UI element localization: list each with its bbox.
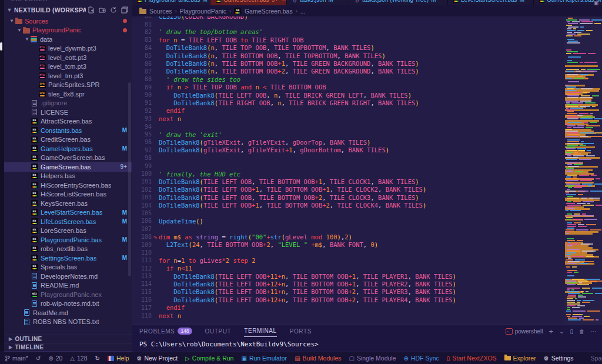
code-line-86[interactable]: 86 DoTileBank8(n, TILE_BOTTOM_OOB+1, TIL… (132, 59, 564, 67)
tree-item-readme-md[interactable]: README.md (4, 281, 132, 290)
code-line-97[interactable]: 97DoTileBank8(gTileXExit, gTileYExit+1, … (132, 146, 564, 154)
tree-item-gamehelpers-bas[interactable]: NBGameHelpers.basM (4, 144, 132, 153)
minimap[interactable] (564, 16, 602, 325)
code-line-87[interactable]: 87 DoTileBank8(n, TILE_BOTTOM_OOB+2, TIL… (132, 68, 564, 75)
editor-tab[interactable]: NBPlaygroundPanic.basM (132, 0, 210, 5)
tree-item-developernotes-md[interactable]: DeveloperNotes.md (4, 272, 132, 281)
tree-item-readme-md[interactable]: ReadMe.md (4, 308, 132, 318)
tree-item-level-eott-pt3[interactable]: PT3level_eott.pt3 (4, 53, 132, 62)
code-line-106[interactable]: 106UpdateTime() (132, 217, 564, 225)
code-line-117[interactable]: 117 endif (132, 303, 564, 311)
editor-tab[interactable]: {}tasks.jsonM (287, 0, 349, 5)
workspace-header[interactable]: ▼ NEXTBUILD (WORKSPACE) (4, 4, 132, 16)
code-editor[interactable]: 80CLS256(COLOR_BACKGROUND)8182' draw the… (132, 16, 602, 325)
tree-item-data[interactable]: ▼data (4, 35, 132, 44)
status-spaces-2[interactable]: Spaces: 2 (591, 355, 602, 362)
tree-item-settingsscreen-bas[interactable]: NBSettingsScreen.basM (4, 253, 132, 263)
status-start-nextzxos[interactable]: ▯Start NextZXOS (447, 355, 497, 362)
close-icon[interactable]: ✕ (282, 0, 286, 2)
code-line-105[interactable]: 105 (132, 209, 564, 217)
tree-item-level-tcm-pt3[interactable]: PT3level_tcm.pt3 (4, 62, 132, 72)
status-help[interactable]: Help (108, 355, 129, 362)
tree-item-lorescreen-bas[interactable]: NBLoreScreen.bas (4, 226, 132, 236)
tree-item-playgroundpanic[interactable]: ▼PlaygroundPanic (4, 26, 132, 35)
code-line-94[interactable]: 94 (132, 122, 564, 130)
sidebar-scrollbar[interactable] (128, 82, 131, 276)
tree-item-panicsprites-spr[interactable]: SPRPanicSprites.SPR (4, 81, 132, 90)
code-line-115[interactable]: 115 DoTileBank8(TILE_LEFT_OOB+11+n, TILE… (132, 288, 564, 296)
refresh-icon[interactable] (110, 6, 117, 14)
status-errors[interactable]: ⊗20 (48, 355, 62, 362)
tree-item-creditscreen-bas[interactable]: NBCreditScreen.bas (4, 135, 132, 145)
status-warnings[interactable]: △128 (70, 355, 87, 362)
kill-terminal-icon[interactable]: 🗑 (579, 329, 584, 335)
tree-item-attractscreen-bas[interactable]: NBAttractScreen.bas (4, 117, 132, 126)
status-hdf-sync[interactable]: ⊕HDF Sync (404, 355, 439, 362)
code-line-89[interactable]: 89 if n > TILE_TOP_OOB and n < TILE_BOTT… (132, 84, 564, 91)
new-file-icon[interactable] (88, 6, 95, 14)
tree-item-keysscreen-bas[interactable]: NBKeysScreen.bas (4, 199, 132, 208)
more-actions-icon[interactable]: ··· (590, 328, 596, 335)
breadcrumb-item[interactable]: Sources (149, 8, 172, 15)
editor-tab[interactable]: NBLevelStartScreen.basM (448, 0, 534, 5)
terminal-prompt[interactable]: PS C:\Users\rob\Documents\NextBuildv9\So… (139, 340, 319, 348)
tree-item-robs-nextlib-bas[interactable]: NBrobs_nextlib.bas (4, 245, 132, 254)
code-line-83[interactable]: 83for n = TILE_LEFT_OOB to TILE_RIGHT_OO… (132, 36, 564, 44)
status-explorer[interactable]: Explorer (504, 355, 536, 362)
code-line-110[interactable]: 110 (132, 249, 564, 256)
status-build-modules[interactable]: ▤Build Modules (295, 355, 341, 362)
code-line-91[interactable]: 91 DoTileBank8(TILE_RIGHT_OOB, n, TILE_B… (132, 99, 564, 106)
code-line-81[interactable]: 81 (132, 20, 564, 28)
code-line-108[interactable]: 108∿dim m$ as string = right("00"+str(gL… (132, 233, 564, 241)
terminal-instance[interactable]: >_ powershell (506, 328, 543, 335)
status-new-project[interactable]: ⚙New Project (137, 355, 178, 362)
breadcrumb-item[interactable]: ... (300, 8, 306, 15)
status-branch[interactable]: main* (5, 355, 28, 362)
section-timeline[interactable]: ▶TIMELINE (4, 343, 132, 352)
terminal-dropdown-icon[interactable]: ⌄ (559, 328, 564, 335)
code-line-111[interactable]: 111for n=1 to gLives*2 step 2 (132, 256, 564, 264)
status-loop[interactable]: ↻ (95, 355, 100, 362)
status-single-module[interactable]: ▢Single Module (349, 355, 396, 362)
tree-item-gamescreen-bas[interactable]: NBGameScreen.bas9+ (4, 162, 132, 172)
code-line-113[interactable]: 113 DoTileBank8(TILE_LEFT_OOB+11+n, TILE… (132, 272, 564, 280)
code-line-101[interactable]: 101DoTileBank8(TILE_LEFT_OOB, TILE_BOTTO… (132, 178, 564, 185)
tree-item-rob-wip-notes-md-txt[interactable]: rob-wip-notes.md.txt (4, 299, 132, 309)
code-line-93[interactable]: 93next n (132, 115, 564, 122)
section-outline[interactable]: ▶OUTLINE (4, 335, 132, 343)
code-line-107[interactable]: 107 (132, 225, 564, 233)
tree-item-sources[interactable]: ▼Sources (4, 16, 132, 26)
split-editor-icon[interactable]: ▣ (593, 0, 598, 5)
editor-tab[interactable]: {}tasks.json (Working Tree)M (349, 0, 448, 5)
panel-tab-ports[interactable]: PORTS (290, 325, 312, 337)
tree-item-robs-nbs-notes-txt[interactable]: ROBS NBS NOTES.txt (4, 318, 132, 327)
tree-item-gameoverscreen-bas[interactable]: NBGameOverScreen.bas (4, 153, 132, 163)
tree-item-helpers-bas[interactable]: NBHelpers.bas (4, 172, 132, 181)
code-line-109[interactable]: 109 L2Text(24, TILE_BOTTOM_OOB+2, "LEVEL… (132, 241, 564, 248)
code-line-88[interactable]: 88 ' draw the sides too (132, 75, 564, 83)
code-line-116[interactable]: 116 DoTileBank8(TILE_LEFT_OOB+12+n, TILE… (132, 296, 564, 303)
breadcrumb-item[interactable]: PlaygroundPanic (180, 8, 226, 15)
tree-item-tiles-8x8-spr[interactable]: SPRtiles_8x8.spr (4, 89, 132, 99)
split-terminal-icon[interactable]: ▯ (570, 328, 573, 335)
status-compile-run[interactable]: ▷Compile & Run (185, 355, 233, 362)
tree-item-hiscorelistscreen-bas[interactable]: NBHiScoreListScreen.bas (4, 190, 132, 199)
panel-tab-output[interactable]: OUTPUT (205, 325, 232, 337)
collapse-all-icon[interactable] (121, 6, 128, 14)
code-line-80[interactable]: 80CLS256(COLOR_BACKGROUND) (132, 16, 564, 20)
new-terminal-button[interactable]: + (549, 327, 554, 336)
code-line-95[interactable]: 95' draw the 'exit' (132, 131, 564, 138)
tree-item-level-tm-pt3[interactable]: PT3level_tm.pt3 (4, 71, 132, 81)
code-line-98[interactable]: 98 (132, 154, 564, 162)
editor-tab[interactable]: NBGameScreen.bas9+✕ (210, 0, 287, 5)
code-line-99[interactable]: 99 (132, 162, 564, 169)
tree-item-specials-bas[interactable]: NBSpecials.bas (4, 263, 132, 272)
code-line-112[interactable]: 112 if n<11 (132, 265, 564, 272)
tree-item-playgroundpanic-nex[interactable]: NEXPlaygroundPanic.nex (4, 290, 132, 299)
status-sync[interactable]: ↺ (36, 355, 41, 362)
code-line-96[interactable]: 96DoTileBank8(gTileXExit, gTileYExit, gD… (132, 138, 564, 146)
code-line-85[interactable]: 85 DoTileBank8(n, TILE_BOTTOM_OOB, TILE_… (132, 52, 564, 59)
code-line-90[interactable]: 90 DoTileBank8(TILE_LEFT_OOB, n, TILE_BR… (132, 91, 564, 99)
code-line-104[interactable]: 104DoTileBank8(TILE_LEFT_OOB+1, TILE_BOT… (132, 201, 564, 209)
new-folder-icon[interactable] (99, 6, 106, 14)
